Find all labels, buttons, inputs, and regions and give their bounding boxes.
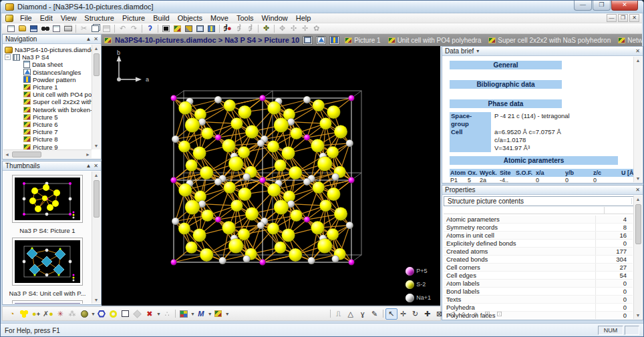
close-panel-icon[interactable]: ✕ — [635, 49, 640, 54]
thumbnail-unit-cell[interactable] — [12, 238, 83, 286]
rotate-mode-icon[interactable]: ↻ — [410, 308, 422, 320]
property-row[interactable]: Symmetry records8 — [444, 224, 633, 232]
tree-item-picture-9[interactable]: Picture 9 — [3, 143, 92, 149]
complete-fragment-icon[interactable]: ✿ — [311, 24, 322, 33]
new-picture-icon[interactable] — [160, 24, 172, 33]
zoom-mode-icon[interactable]: ⊠ — [434, 308, 446, 320]
property-row[interactable]: Explicitely defined bonds0 — [444, 240, 633, 248]
context-help-icon[interactable]: ʔ — [144, 24, 156, 33]
network-tool-icon[interactable]: ✳ — [54, 308, 66, 320]
hexagon-outline-icon[interactable] — [96, 308, 108, 320]
molecule-tool-icon[interactable]: ⁂ — [66, 308, 78, 320]
new-document-icon[interactable] — [5, 24, 17, 33]
close-panel-icon[interactable]: ✕ — [635, 188, 640, 193]
picture-wizard-icon[interactable] — [172, 24, 183, 33]
menu-picture[interactable]: Picture — [118, 13, 149, 23]
property-row[interactable]: Created atoms177 — [444, 248, 633, 256]
add-neighbour-icon[interactable]: ✣ — [288, 24, 299, 33]
walk-back-icon[interactable]: 🮲 — [233, 24, 245, 33]
add-atom-plus-icon[interactable]: ●+ — [30, 308, 42, 320]
property-row[interactable]: Created bonds304 — [444, 256, 633, 264]
pin-panel-icon[interactable]: ▲ — [86, 37, 91, 42]
menu-move[interactable]: Move — [206, 13, 232, 23]
create-bond-icon[interactable]: ✗● — [42, 308, 54, 320]
tree-item-data-sheet[interactable]: Data sheet — [3, 61, 92, 68]
property-row[interactable]: Atoms in unit cell16 — [444, 232, 633, 240]
mdi-close-button[interactable]: ✕ — [629, 14, 639, 22]
gallery-icon[interactable] — [206, 24, 217, 33]
perspective-icon[interactable]: ◁ — [446, 308, 458, 320]
tree-item-powder[interactable]: Powder pattern — [3, 76, 92, 83]
data-brief-scrollbar[interactable]: ▲▼ — [633, 57, 642, 182]
tab-powder-pattern-icon[interactable] — [329, 36, 339, 45]
menu-objects[interactable]: Objects — [174, 13, 206, 23]
add-atoms-icon[interactable] — [18, 308, 30, 320]
maximize-button[interactable]: ❐ — [593, 1, 611, 11]
cut-icon[interactable]: ✂ — [78, 24, 90, 33]
minimize-button[interactable]: — — [574, 1, 592, 11]
close-panel-icon[interactable]: ✕ — [94, 163, 98, 169]
navigation-horizontal-scrollbar[interactable]: ◄► — [3, 149, 92, 158]
mdi-minimize-button[interactable]: — — [607, 14, 617, 22]
print-preview-icon[interactable] — [51, 24, 62, 33]
close-panel-icon[interactable]: ✕ — [94, 37, 98, 42]
chevron-down-icon[interactable]: ▼ — [91, 312, 96, 316]
select-mode-icon[interactable]: ↖ — [385, 308, 397, 320]
home-view-icon[interactable]: ⌂ — [458, 308, 470, 320]
tab-data-sheet-icon[interactable] — [303, 36, 313, 45]
tree-item-distances[interactable]: Distances/angles — [3, 69, 92, 76]
tree-item-picture-6[interactable]: Picture 6 — [3, 121, 92, 128]
thumbnail-picture-1[interactable] — [12, 175, 83, 223]
walk-first-icon[interactable]: 🮲● — [222, 24, 233, 33]
tab-unit-cell-po4[interactable]: Unit cell with PO4 polyhedra — [386, 37, 484, 44]
menu-structure[interactable]: Structure — [80, 13, 118, 23]
spin-icon[interactable]: ☼ — [470, 308, 482, 320]
navigation-vertical-scrollbar[interactable]: ▲▼ — [92, 45, 100, 149]
tree-item-picture-5[interactable]: Picture 5 — [3, 113, 92, 121]
tree-item-document[interactable]: Na3PS4-10-pictures.diamdoc — [3, 46, 92, 53]
properties-scrollbar[interactable]: ▲▼ — [633, 196, 642, 319]
fill-cell-icon[interactable] — [178, 308, 190, 320]
menu-view[interactable]: View — [57, 13, 81, 23]
grow-shell-icon[interactable]: ✢ — [299, 24, 311, 33]
chevron-down-icon[interactable]: ▼ — [208, 312, 212, 316]
chevron-down-icon[interactable]: ▼ — [156, 312, 161, 316]
tree-item-picture-7[interactable]: Picture 7 — [3, 128, 92, 135]
tree-item-unit-cell[interactable]: Unit cell with PO4 pol — [3, 91, 92, 98]
open-file-icon[interactable] — [17, 24, 28, 33]
chevron-down-icon[interactable]: ▼ — [225, 312, 230, 316]
menu-edit[interactable]: Edit — [36, 13, 57, 23]
close-button[interactable]: ✕ — [611, 1, 638, 11]
move-mode-icon[interactable]: ✛ — [397, 308, 410, 320]
mdi-restore-button[interactable]: ❐ — [618, 14, 628, 22]
translate-mode-icon[interactable]: ✚ — [422, 308, 434, 320]
pin-panel-icon[interactable]: ▲ — [86, 163, 91, 169]
structure-canvas[interactable]: b a P+5 S-2 Na+1 — [102, 46, 440, 306]
tab-network[interactable]: Network with broken-off ... — [616, 37, 642, 44]
redo-icon[interactable]: ↷ — [128, 24, 140, 33]
tree-item-super-cell[interactable]: Super cell 2x2x2 with — [3, 98, 92, 105]
print-icon[interactable] — [62, 24, 73, 33]
connectivity-icon[interactable]: ∴ — [161, 308, 173, 320]
filled-sphere-style-icon[interactable] — [78, 308, 90, 320]
next-view-icon[interactable]: ⊡ — [494, 308, 506, 320]
measure-plane-icon[interactable]: ✎ — [369, 308, 381, 320]
open-ring-icon[interactable] — [108, 308, 120, 320]
prev-view-icon[interactable]: ⊞ — [482, 308, 494, 320]
undo-icon[interactable]: ↶ — [117, 24, 128, 33]
tab-super-cell[interactable]: Super cell 2x2x2 with NaS polyhedron — [486, 37, 613, 44]
tree-item-phase[interactable]: −Na3 P S4 — [3, 53, 92, 61]
picture-region-icon[interactable] — [212, 308, 224, 320]
measure-distance-icon[interactable]: ⎍ — [333, 308, 345, 320]
add-all-atoms-icon[interactable]: ✥ — [277, 24, 288, 33]
menu-window[interactable]: Window — [258, 13, 292, 23]
find-icon[interactable] — [39, 24, 51, 33]
chevron-down-icon[interactable]: ▾ — [476, 49, 479, 54]
document-icon[interactable] — [5, 15, 13, 22]
property-row[interactable]: Texts0 — [444, 296, 633, 304]
property-row[interactable]: Cell edges54 — [444, 272, 633, 280]
collapse-box-icon[interactable]: − — [5, 54, 11, 60]
menu-file[interactable]: File — [16, 13, 36, 23]
menu-help[interactable]: Help — [292, 13, 315, 23]
tab-picture-1[interactable]: Picture 1 — [343, 37, 382, 44]
